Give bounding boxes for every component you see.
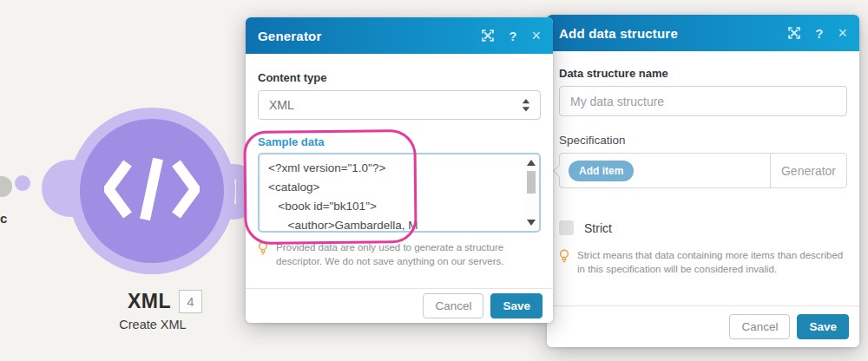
module-subtitle: Create XML (66, 318, 240, 331)
sample-data-textarea[interactable]: <?xml version="1.0"?> <catalog> <book id… (258, 153, 541, 233)
strict-label: Strict (584, 221, 612, 235)
data-structure-name-label: Data structure name (559, 67, 847, 80)
dialog-header: Generator ? × (246, 17, 553, 54)
save-button[interactable]: Save (797, 314, 849, 339)
content-type-select[interactable]: XML (258, 90, 541, 120)
sample-data-label: Sample data (258, 135, 541, 148)
save-button[interactable]: Save (490, 293, 542, 318)
add-data-structure-dialog: Add data structure ? × Data structure na… (547, 15, 859, 347)
scrollbar-thumb[interactable] (527, 171, 536, 194)
strict-hint-text: Strict means that data containing more i… (577, 248, 847, 276)
add-item-button[interactable]: Add item (569, 161, 634, 181)
help-icon[interactable]: ? (509, 29, 516, 43)
sample-line: <author>Gambardella, M (268, 216, 520, 233)
scrollbar-down-icon[interactable] (527, 220, 536, 226)
expand-icon[interactable] (788, 27, 800, 39)
sample-line: <catalog> (268, 178, 520, 197)
dialog-title: Generator (258, 29, 322, 43)
help-icon[interactable]: ? (815, 26, 823, 41)
lightbulb-icon (258, 240, 268, 268)
scrollbar-up-icon[interactable] (527, 160, 536, 166)
close-icon[interactable]: × (838, 27, 847, 39)
data-structure-name-input[interactable] (559, 86, 847, 116)
generator-dialog: Generator ? × Content type XML (246, 17, 553, 323)
expand-icon[interactable] (482, 30, 494, 42)
sample-line: <?xml version="1.0"?> (268, 159, 520, 178)
cancel-button[interactable]: Cancel (729, 314, 790, 339)
lightbulb-icon (559, 248, 569, 276)
sample-hint-text: Provided data are only used to generate … (276, 240, 544, 268)
textarea-scrollbar[interactable] (525, 156, 537, 229)
code-slash-icon (104, 157, 200, 225)
dialog-header: Add data structure ? × (547, 15, 859, 51)
content-type-value: XML (269, 98, 294, 112)
module-operations-badge: 4 (179, 290, 202, 313)
sample-line: <book id="bk101"> (268, 197, 520, 216)
dialog-title: Add data structure (559, 26, 678, 41)
partial-module-label: c (0, 211, 7, 226)
specification-box: Add item Generator (559, 153, 847, 188)
specification-label: Specification (559, 134, 847, 147)
content-type-label: Content type (258, 71, 541, 84)
cancel-button[interactable]: Cancel (423, 293, 483, 318)
scenario-canvas: c XML 4 Create XML Add data structure (0, 0, 868, 361)
module-name: XML (128, 290, 171, 313)
strict-checkbox[interactable] (559, 220, 574, 235)
close-icon[interactable]: × (531, 30, 541, 42)
select-arrows-icon (522, 99, 530, 115)
connection-dot (15, 175, 30, 191)
module-circle[interactable] (80, 119, 224, 263)
generator-button[interactable]: Generator (770, 154, 846, 187)
prev-module-dot (0, 176, 12, 197)
